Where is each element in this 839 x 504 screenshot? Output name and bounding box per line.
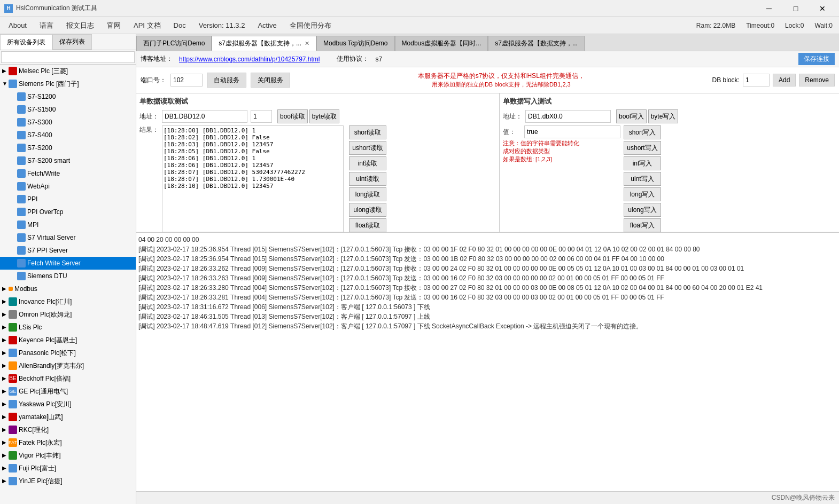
tab-3[interactable]: Modbus虚拟服务器【同时... xyxy=(395,36,488,51)
tree-item-s400[interactable]: S7-S400 xyxy=(0,129,136,141)
port-input[interactable] xyxy=(170,74,203,86)
int-read-button[interactable]: int读取 xyxy=(349,156,386,170)
tab-2[interactable]: Modbus Tcp访问Demo xyxy=(316,36,395,51)
tree-label-inovance: Inovance Plc[汇川] xyxy=(19,296,72,307)
tree-item-beckhoff[interactable]: ▶ BE Beckhoff Plc[倍福] xyxy=(0,372,136,385)
read-addr-extra[interactable] xyxy=(251,110,272,123)
tree-item-siemensdtu[interactable]: Siemens DTU xyxy=(0,270,136,282)
tree-label-s300: S7-S300 xyxy=(27,117,52,128)
uint-read-button[interactable]: uint读取 xyxy=(349,172,386,186)
tree-item-s200smart[interactable]: S7-S200 smart xyxy=(0,154,136,167)
tree-item-rkc[interactable]: ▶ RKC[理化] xyxy=(0,423,136,436)
webapi-icon xyxy=(17,182,26,191)
tree-item-yamatake[interactable]: ▶ yamatake[山武] xyxy=(0,411,136,423)
int-write-button[interactable]: int写入 xyxy=(624,156,661,170)
sidebar-search-input[interactable] xyxy=(1,51,135,63)
ulong-read-button[interactable]: ulong读取 xyxy=(349,203,386,217)
fatek-icon: FAT xyxy=(9,438,17,447)
read-addr-input[interactable] xyxy=(162,110,247,123)
minimize-button[interactable]: ─ xyxy=(757,0,781,17)
tree-item-yinje[interactable]: ▶ YinJE Plc[信捷] xyxy=(0,475,136,487)
menu-distribution[interactable]: 全国使用分布 xyxy=(283,18,338,34)
close-tab-1[interactable]: ✕ xyxy=(305,40,309,47)
arrow-panasonic: ▶ xyxy=(2,348,9,358)
tree-item-ppiovertcp[interactable]: PPI OverTcp xyxy=(0,206,136,218)
float-write-button[interactable]: float写入 xyxy=(624,218,661,232)
bool-write-button[interactable]: bool写入 xyxy=(616,109,647,123)
tab-0[interactable]: 西门子PLC访问Demo xyxy=(136,36,212,51)
tree-item-melsec[interactable]: ▶ Melsec Plc [三菱] xyxy=(0,65,136,77)
sidebar-tab-saved[interactable]: 保存列表 xyxy=(52,34,92,50)
ushort-write-button[interactable]: ushort写入 xyxy=(624,141,661,155)
tree-item-s200[interactable]: S7-S200 xyxy=(0,141,136,154)
timeout-status: Timeout:0 xyxy=(746,22,774,29)
read-panel-title: 单数据读取测试 xyxy=(139,97,496,106)
arrow-rkc: ▶ xyxy=(2,424,9,435)
menu-doc[interactable]: Doc xyxy=(167,18,192,34)
close-service-button[interactable]: 关闭服务 xyxy=(251,73,290,88)
tab-4[interactable]: s7虚拟服务器【数据支持，... xyxy=(488,36,585,51)
tree-item-s7virtual[interactable]: S7 Virtual Server xyxy=(0,231,136,244)
tree-item-allen[interactable]: ▶ AllenBrandly[罗克韦尔] xyxy=(0,359,136,372)
short-read-button[interactable]: short读取 xyxy=(349,125,386,139)
blog-link[interactable]: https://www.cnblogs.com/dathlin/p/104257… xyxy=(179,56,320,63)
app-icon: H xyxy=(4,4,13,13)
ushort-read-button[interactable]: ushort读取 xyxy=(349,141,386,155)
tree-item-ge[interactable]: ▶ GE GE Plc[通用电气] xyxy=(0,385,136,398)
yinje-icon xyxy=(9,477,17,485)
tree-item-inovance[interactable]: ▶ Inovance Plc[汇川] xyxy=(0,295,136,308)
tree-item-ppi[interactable]: PPI xyxy=(0,193,136,206)
info-bar: 博客地址： https://www.cnblogs.com/dathlin/p/… xyxy=(136,51,839,67)
remove-db-button[interactable]: Remove xyxy=(799,74,835,86)
tree-item-fetchwrite[interactable]: Fetch/Write xyxy=(0,167,136,180)
tree-item-keyence[interactable]: ▶ Keyence Plc[基恩士] xyxy=(0,334,136,346)
db-input[interactable] xyxy=(743,74,770,86)
maximize-button[interactable]: □ xyxy=(783,0,808,17)
tree-item-s300[interactable]: S7-S300 xyxy=(0,116,136,129)
bool-read-button[interactable]: bool读取 xyxy=(277,109,308,123)
short-write-button[interactable]: short写入 xyxy=(624,125,661,139)
ram-status: Ram: 22.0MB xyxy=(696,22,735,29)
tree-item-fatek[interactable]: ▶ FAT Fatek Plc[永宏] xyxy=(0,436,136,449)
tree-item-modbus[interactable]: ▶ Modbus xyxy=(0,282,136,295)
write-addr-input[interactable] xyxy=(525,110,611,123)
byte-read-button[interactable]: byte读取 xyxy=(309,109,340,123)
close-button[interactable]: ✕ xyxy=(810,0,835,17)
siemens-icon xyxy=(9,80,17,88)
sidebar-tab-all[interactable]: 所有设备列表 xyxy=(0,34,52,50)
menu-active[interactable]: Active xyxy=(251,18,283,34)
tree-item-s1200[interactable]: S7-S1200 xyxy=(0,90,136,103)
read-result-area[interactable] xyxy=(162,125,344,232)
tree-item-yaskawa[interactable]: ▶ Yaskawa Plc[安川] xyxy=(0,398,136,411)
write-val-input[interactable] xyxy=(524,125,620,138)
add-db-button[interactable]: Add xyxy=(773,74,796,86)
tree-item-fetchwriteserver[interactable]: Fetch Write Server xyxy=(0,257,136,270)
tree-item-mpi[interactable]: MPI xyxy=(0,218,136,231)
auto-service-button[interactable]: 自动服务 xyxy=(207,73,246,88)
tree-item-panasonic[interactable]: ▶ Panasonic Plc[松下] xyxy=(0,346,136,359)
panasonic-icon xyxy=(9,349,17,357)
menu-language[interactable]: 语言 xyxy=(33,18,60,34)
tree-item-s7ppi[interactable]: S7 PPI Server xyxy=(0,244,136,257)
menu-about[interactable]: About xyxy=(2,18,33,34)
menu-log[interactable]: 报文日志 xyxy=(60,18,100,34)
save-conn-button[interactable]: 保存连接 xyxy=(798,53,835,65)
tree-item-s1500[interactable]: S7-S1500 xyxy=(0,103,136,116)
menu-api-doc[interactable]: API 文档 xyxy=(127,18,167,34)
tree-item-vigor[interactable]: ▶ Vigor Plc[丰炜] xyxy=(0,449,136,462)
uint-write-button[interactable]: uint写入 xyxy=(624,172,661,186)
tab-1[interactable]: s7虚拟服务器【数据支持，... ✕ xyxy=(212,36,316,51)
float-read-button[interactable]: float读取 xyxy=(349,218,386,232)
byte-write-button[interactable]: byte写入 xyxy=(648,109,679,123)
long-read-button[interactable]: long读取 xyxy=(349,187,386,201)
tree-item-siemens[interactable]: ▼ Siemens Plc [西门子] xyxy=(0,77,136,90)
tree-item-webapi[interactable]: WebApi xyxy=(0,180,136,193)
menu-website[interactable]: 官网 xyxy=(100,18,127,34)
tree-item-fuji[interactable]: ▶ Fuji Plc[富士] xyxy=(0,462,136,475)
ulong-write-button[interactable]: ulong写入 xyxy=(624,203,661,217)
tree-label-webapi: WebApi xyxy=(27,181,50,192)
tree-item-lsis[interactable]: ▶ LSis Plc xyxy=(0,321,136,334)
tree-label-yaskawa: Yaskawa Plc[安川] xyxy=(19,399,71,410)
tree-item-omron[interactable]: ▶ Omron Plc[欧姆龙] xyxy=(0,308,136,321)
long-write-button[interactable]: long写入 xyxy=(624,187,661,201)
